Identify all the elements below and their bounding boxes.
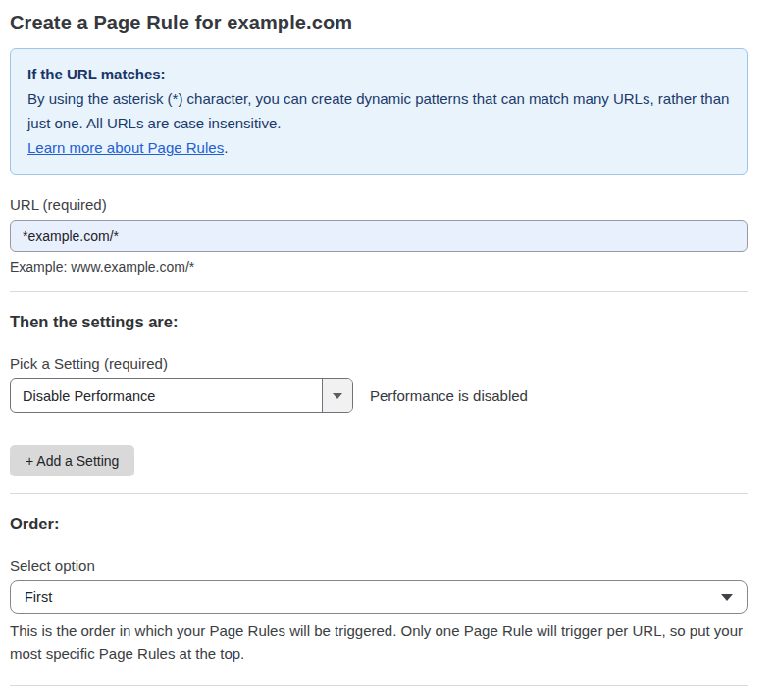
order-section-heading: Order: <box>10 515 748 533</box>
url-match-info-box: If the URL matches: By using the asteris… <box>10 48 748 175</box>
url-input[interactable] <box>10 220 748 252</box>
order-help-text: This is the order in which your Page Rul… <box>10 620 748 665</box>
page-rule-form: Create a Page Rule for example.com If th… <box>10 0 748 700</box>
add-setting-button[interactable]: + Add a Setting <box>10 445 134 476</box>
order-select[interactable]: First <box>10 580 748 614</box>
setting-select[interactable]: Disable Performance <box>10 378 353 413</box>
setting-select-arrow-button[interactable] <box>322 379 352 412</box>
info-box-heading: If the URL matches: <box>27 62 730 86</box>
info-box-body: By using the asterisk (*) character, you… <box>27 86 730 135</box>
setting-status-text: Performance is disabled <box>370 387 528 404</box>
setting-picker-label: Pick a Setting (required) <box>10 355 748 372</box>
chevron-down-icon <box>721 594 733 601</box>
url-example-text: Example: www.example.com/* <box>10 259 748 275</box>
settings-section-heading: Then the settings are: <box>10 313 748 331</box>
info-box-link-line: Learn more about Page Rules. <box>27 135 730 160</box>
link-suffix: . <box>224 139 228 156</box>
divider <box>10 493 748 494</box>
page-title: Create a Page Rule for example.com <box>10 12 748 34</box>
setting-picker-row: Disable Performance Performance is disab… <box>10 378 748 413</box>
learn-more-link[interactable]: Learn more about Page Rules <box>27 139 224 156</box>
chevron-down-icon <box>333 393 342 399</box>
setting-select-value: Disable Performance <box>11 379 322 412</box>
order-select-value: First <box>25 589 52 605</box>
order-select-label: Select option <box>10 557 748 574</box>
url-field-label: URL (required) <box>10 196 748 213</box>
divider <box>10 291 748 292</box>
divider <box>10 685 748 686</box>
